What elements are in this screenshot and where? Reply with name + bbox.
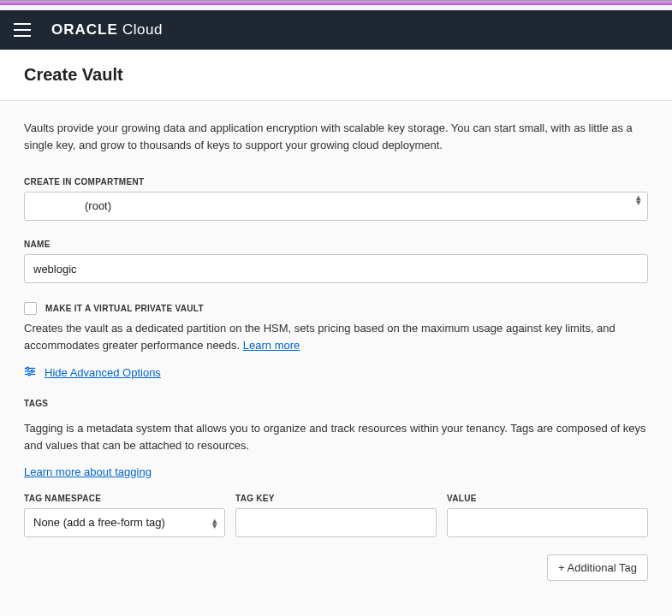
page-title: Create Vault [24, 65, 648, 85]
compartment-field: CREATE IN COMPARTMENT (root) ▴▾ [24, 177, 648, 221]
tag-value-label: VALUE [447, 494, 648, 503]
vpv-checkbox-label: MAKE IT A VIRTUAL PRIVATE VAULT [45, 304, 204, 313]
tag-namespace-select[interactable]: None (add a free-form tag) ▴▾ [24, 508, 225, 537]
menu-icon[interactable] [14, 23, 31, 37]
compartment-select[interactable]: (root) ▴▾ [24, 192, 648, 221]
svg-point-1 [27, 367, 29, 370]
select-arrows-icon: ▴▾ [636, 194, 641, 204]
sliders-icon [24, 365, 36, 380]
svg-point-5 [28, 373, 31, 376]
form-content: Vaults provide your growing data and app… [0, 101, 672, 616]
vpv-checkbox[interactable] [24, 302, 37, 315]
name-field: NAME [24, 240, 648, 283]
advanced-toggle-row[interactable]: Hide Advanced Options [24, 365, 648, 380]
add-tag-button[interactable]: + Additional Tag [547, 554, 648, 581]
app-header: ORACLE Cloud [0, 10, 672, 50]
name-label: NAME [24, 240, 648, 249]
name-input[interactable] [24, 254, 648, 283]
brand-logo: ORACLE Cloud [51, 21, 163, 38]
tag-value-input[interactable] [447, 508, 648, 537]
vpv-helper: Creates the vault as a dedicated partiti… [24, 320, 648, 353]
compartment-label: CREATE IN COMPARTMENT [24, 177, 648, 187]
vpv-checkbox-row: MAKE IT A VIRTUAL PRIVATE VAULT [24, 302, 648, 315]
compartment-value: (root) [85, 199, 111, 212]
brand-bold: ORACLE [51, 21, 118, 38]
tags-learn-more-link[interactable]: Learn more about tagging [24, 465, 152, 478]
tag-key-col: TAG KEY [235, 494, 437, 537]
tags-desc: Tagging is a metadata system that allows… [24, 420, 648, 453]
intro-text: Vaults provide your growing data and app… [24, 120, 648, 153]
tag-key-input[interactable] [235, 508, 437, 537]
tag-value-col: VALUE [447, 494, 648, 537]
tags-heading: TAGS [24, 399, 648, 408]
tag-columns: TAG NAMESPACE None (add a free-form tag)… [24, 494, 648, 537]
tag-namespace-value: None (add a free-form tag) [33, 516, 165, 529]
select-arrows-icon: ▴▾ [212, 518, 217, 528]
add-tag-row: + Additional Tag [24, 554, 648, 581]
vpv-helper-text: Creates the vault as a dedicated partiti… [24, 322, 616, 352]
advanced-toggle-link[interactable]: Hide Advanced Options [45, 366, 161, 379]
vpv-learn-more-link[interactable]: Learn more [243, 339, 300, 352]
tag-namespace-label: TAG NAMESPACE [24, 494, 225, 503]
brand-light: Cloud [122, 21, 163, 38]
tag-key-label: TAG KEY [235, 494, 437, 503]
page-title-bar: Create Vault [0, 50, 672, 101]
svg-point-3 [31, 370, 33, 373]
tag-namespace-col: TAG NAMESPACE None (add a free-form tag)… [24, 494, 225, 537]
